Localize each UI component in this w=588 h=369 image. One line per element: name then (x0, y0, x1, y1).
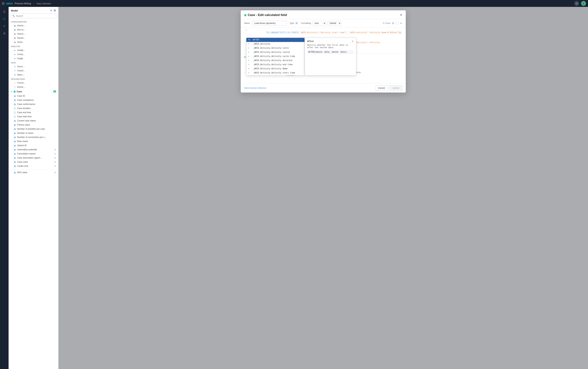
grid-menu-icon[interactable] (2, 2, 4, 5)
expand-icon-btn[interactable]: ⛶ (396, 22, 398, 25)
delete-automation-potential-btn[interactable]: 🗑 (54, 148, 56, 151)
settings-btn[interactable]: ⚙ (53, 9, 56, 12)
update-button[interactable]: Update (389, 85, 402, 91)
delete-credit-limit-btn[interactable]: 🗑 (54, 165, 56, 167)
formatting-select-2[interactable]: Default (327, 21, 341, 25)
sidebar-item-analyt[interactable]: ◈ Analyt... (9, 48, 58, 52)
clear-label: Clear (385, 22, 390, 24)
delete-nps-value-btn[interactable]: 🗑 (54, 171, 56, 174)
extrac-icon: ↧ (13, 86, 16, 88)
autocomplete-item-end-time[interactable]: ≡ _ARIS.Activity.Activity end time (246, 62, 304, 67)
tree-item-label: Case conformance (17, 103, 35, 105)
delete-cancelation-reason-btn[interactable]: 🗑 (54, 153, 56, 155)
sidebar-item-conn[interactable]: ⤢ Conne... (9, 81, 58, 85)
tree-item-credit-limit[interactable]: ▦ Credit Limit 🗑 (9, 164, 58, 168)
sidebar-item-overl[interactable]: ▦ Overl... (9, 40, 58, 44)
tooltip-signature: AFTER(date1: date, date2: date) (307, 50, 354, 54)
tree-item-current-case-status[interactable]: ▦ Current case status (9, 119, 58, 123)
tree-item-case-compliance[interactable]: ▦ Case compliance (9, 98, 58, 102)
field-name-input[interactable] (252, 21, 287, 25)
tree-item-case-costs[interactable]: ▦ Case costs 🗑 (9, 160, 58, 164)
tree-item-case-end-time[interactable]: 🕐 Case end time (9, 110, 58, 114)
data-section-label: DATA (9, 61, 58, 64)
tree-item-case-conformance[interactable]: ▦ Case conformance (9, 102, 58, 106)
sidebar-item-insight[interactable]: ◈ Insigh... (9, 56, 58, 61)
delete-case-costs-btn[interactable]: 🗑 (54, 161, 56, 163)
tree-item-case-id[interactable]: ▦ Case ID (9, 94, 58, 98)
tree-group-case[interactable]: ▼ ▦ Case C (9, 89, 58, 94)
autocomplete-item-activity-costs[interactable]: ≡ _ARIS.Activity.Activity costs (246, 46, 304, 50)
runlog-icon: ▦ (13, 29, 16, 31)
sidebar-item-overview[interactable]: ▦ Overvi... (9, 24, 58, 28)
sidebar-item-param[interactable]: ▦ Param... (9, 36, 58, 40)
field-icon: ≡ (248, 43, 252, 45)
field-icon: ≡ (248, 60, 252, 62)
sidebar-item-transf[interactable]: ⟳ Transf... (9, 69, 58, 73)
tree-item-num-cases[interactable]: ▦ Number of cases (9, 131, 58, 135)
autocomplete-item-start-time[interactable]: ≡ _ARIS.Activity.Activity start time (246, 71, 304, 75)
edit-icon-btn[interactable]: ✏ (400, 22, 402, 25)
panel-title: Model (11, 9, 18, 12)
tooltip-close-button[interactable]: ✕ (352, 40, 354, 43)
fn-icon: fx (248, 39, 252, 41)
clear-icon: ⟲ (383, 22, 385, 24)
tree-group-label: Case (17, 90, 22, 93)
show-function-reference-link[interactable]: Show function reference (244, 87, 266, 89)
insight-icon: ◈ (13, 57, 16, 60)
dialog-close-button[interactable]: ✕ (400, 13, 402, 17)
sidebar-item-comp[interactable]: ◈ Comp... (9, 52, 58, 56)
autocomplete-item-after[interactable]: fx AFTER (246, 38, 304, 42)
editor-area[interactable]: 1 TO_LONG(ACTIVITY_PU_FIRST("_ARIS.Activ… (241, 27, 406, 54)
overl-icon: ▦ (13, 41, 16, 43)
sidebar-item-extrac[interactable]: ↧ Extrac... (9, 85, 58, 89)
cancel-button[interactable]: Cancel (375, 85, 388, 91)
tree-item-case-automation[interactable]: ▦ Case automation opport... 🗑 (9, 156, 58, 160)
nav-collapse-icon[interactable]: ☰ (1, 9, 7, 15)
tree-item-label: Number of cases (17, 132, 33, 134)
autocomplete-item-wait-time[interactable]: ≡ _ARIS.Activity.Activity wait time (246, 75, 304, 75)
tree-item-cancelation-reason[interactable]: ▦ Cancelation reason 🗑 (9, 152, 58, 156)
add-field-btn[interactable]: ✦ (50, 9, 52, 12)
nav-home-icon[interactable]: ⬡ (1, 16, 7, 22)
sidebar-item-runlog[interactable]: ▦ Run lo... (9, 28, 58, 32)
transf-icon: ⟳ (13, 70, 16, 72)
tree-item-variant-id[interactable]: ▦ Variant ID (9, 144, 58, 148)
tree-item-nps-value[interactable]: ▦ NPS value 🗑 (9, 170, 58, 174)
autocomplete-item-cycle-time[interactable]: ≡ _ARIS.Activity.Activity cycle time (246, 54, 304, 59)
tree-item-rule-check[interactable]: ▦ Rule check (9, 139, 58, 144)
tree-item-automation-potential[interactable]: ▦ Automation potential 🗑 (9, 148, 58, 152)
avatar[interactable]: 👤 (581, 1, 586, 6)
autocomplete-item-activity-name[interactable]: ≡ _ARIS.Activity.Activity Name (246, 67, 304, 71)
clear-button[interactable]: ⟲ Clear (383, 22, 390, 24)
nav-data-icon[interactable]: ≡ (1, 23, 7, 29)
copy-icon-btn[interactable]: ⧉ (392, 22, 394, 25)
sidebar-item-source[interactable]: ⛁ Sourc... (9, 64, 58, 69)
sidebar-item-label: Extrac... (17, 86, 25, 88)
formatting-label: Formatting (301, 22, 311, 24)
nav-settings-icon[interactable]: ⚙ (1, 30, 7, 36)
sidebar-item-data-m[interactable]: ⊞ Data r... (9, 73, 58, 77)
tree-item-num-connections[interactable]: ▦ Number of connections per c... (9, 135, 58, 139)
autocomplete-item-duration[interactable]: ≡ _ARIS.Activity.Activity duration (246, 59, 304, 62)
autocomplete-item-activity-costs1[interactable]: ≡ _ARIS.Activity.Activity costs1 (246, 50, 304, 54)
field-icon: ≡ (248, 72, 252, 74)
app-title: Process Mining (15, 2, 31, 5)
delete-case-automation-btn[interactable]: 🗑 (54, 157, 56, 159)
tree-item-num-activities[interactable]: ▦ Number of activities per case (9, 127, 58, 131)
tree-item-case-start-time[interactable]: 🕐 Case start time (9, 114, 58, 119)
search-input[interactable] (16, 15, 55, 17)
toolbar-formatting: Formatting Auto Default (301, 21, 341, 25)
tree-item-fitness-value[interactable]: ▦ Fitness value (9, 123, 58, 127)
formatting-select-1[interactable]: Auto (312, 21, 326, 25)
current-case-status-icon: ▦ (13, 120, 16, 122)
case-costs-icon: ▦ (13, 161, 16, 163)
tree-item-label: Case compliance (17, 99, 34, 101)
tooltip-title: After (307, 40, 314, 43)
sidebar-item-label: Overvi... (17, 24, 25, 27)
tree-item-label: Case duration (17, 107, 30, 110)
autocomplete-item-aris-activity[interactable]: ≡ _ARIS.Activity (246, 42, 304, 46)
sidebar-item-autom[interactable]: ▦ Autom... (9, 32, 58, 36)
tree-item-case-duration[interactable]: 🕐 Case duration (9, 106, 58, 110)
num-cases-icon: ▦ (13, 132, 16, 134)
notifications-icon[interactable]: ⊡ (574, 1, 579, 6)
